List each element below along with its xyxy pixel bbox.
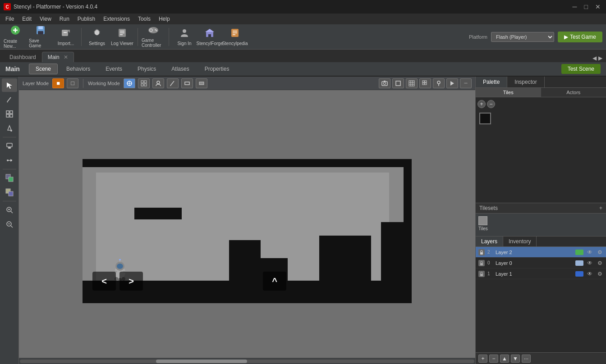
working-mode-actor-btn[interactable] — [152, 78, 164, 88]
layer-row-0[interactable]: 0 Layer 0 👁 ⚙ — [476, 258, 606, 268]
svg-rect-35 — [8, 147, 11, 149]
tab-scroll-left-icon[interactable]: ◀ — [592, 55, 597, 61]
layer-more-btn[interactable]: ··· — [522, 355, 531, 363]
layer-lock-icon-2[interactable] — [478, 249, 485, 255]
create-new-icon — [10, 25, 21, 38]
tilesets-add-icon[interactable]: + — [599, 205, 602, 211]
tool-layer2[interactable] — [2, 186, 17, 199]
working-mode-grid-btn[interactable] — [138, 78, 150, 88]
panel-tab-palette[interactable]: Palette — [476, 77, 507, 87]
svg-rect-75 — [422, 83, 424, 85]
menu-view[interactable]: View — [36, 15, 55, 23]
view-pin-btn[interactable] — [433, 78, 445, 88]
view-grid-btn[interactable] — [406, 78, 418, 88]
stencylpedia-button[interactable]: Stencylpedia — [223, 26, 247, 48]
menu-edit[interactable]: Edit — [18, 15, 35, 23]
tileset-label: Tiles — [478, 226, 488, 231]
tool-connect[interactable] — [2, 154, 17, 167]
tool-grid[interactable] — [2, 107, 17, 121]
tile-zoom-out-btn[interactable]: − — [487, 100, 495, 108]
view-grid2-btn[interactable] — [419, 78, 431, 88]
maximize-btn[interactable]: □ — [583, 3, 590, 10]
tab-behaviors[interactable]: Behaviors — [60, 64, 97, 74]
save-game-button[interactable]: Save Game — [29, 26, 52, 48]
layer-gear-icon-0[interactable]: ⚙ — [596, 260, 603, 266]
layer-lock-icon-1[interactable] — [478, 271, 485, 277]
settings-button[interactable]: Settings — [85, 26, 109, 48]
working-mode-pencil-btn[interactable] — [167, 78, 179, 88]
layer-eye-icon-2[interactable]: 👁 — [586, 249, 593, 255]
tab-properties[interactable]: Properties — [198, 64, 236, 74]
view-play-btn[interactable] — [446, 78, 458, 88]
working-mode-rect-btn[interactable] — [181, 78, 193, 88]
working-mode-fill-btn[interactable] — [196, 78, 207, 88]
minimize-btn[interactable]: ─ — [571, 3, 579, 10]
tab-main[interactable]: Main ✕ — [42, 52, 74, 62]
menu-run[interactable]: Run — [56, 15, 73, 23]
close-tab-icon[interactable]: ✕ — [64, 54, 68, 60]
menu-publish[interactable]: Publish — [74, 15, 99, 23]
scene-btn-up[interactable]: ^ — [263, 272, 286, 291]
tool-stamp[interactable] — [2, 139, 17, 153]
tool-fill[interactable] — [2, 122, 17, 135]
menu-extensions[interactable]: Extensions — [100, 15, 133, 23]
tab-scroll-right-icon[interactable]: ▶ — [598, 55, 602, 61]
tool-layer1[interactable] — [2, 171, 17, 185]
layer-down-btn[interactable]: ▼ — [511, 355, 520, 363]
layer-row-1[interactable]: 1 Layer 1 👁 ⚙ — [476, 268, 606, 279]
view-camera-btn[interactable] — [379, 78, 390, 88]
layer-add-btn[interactable]: + — [478, 355, 487, 363]
sign-in-button[interactable]: Sign In — [173, 26, 196, 48]
tool-zoom-in[interactable] — [2, 203, 17, 217]
tool-zoom-out[interactable] — [2, 218, 17, 231]
hscrollbar[interactable] — [19, 358, 475, 364]
working-mode-normal-btn[interactable] — [124, 78, 135, 88]
tool-select[interactable] — [2, 78, 17, 92]
view-box-btn[interactable] — [392, 78, 404, 88]
tile-zoom-in-btn[interactable]: + — [477, 100, 486, 108]
layer-up-btn[interactable]: ▲ — [500, 355, 509, 363]
close-btn[interactable]: ✕ — [593, 3, 602, 10]
hscroll-track[interactable] — [20, 359, 474, 363]
canvas-area[interactable]: < > ^ — [19, 90, 475, 358]
tile-tab-tiles[interactable]: Tiles — [476, 88, 541, 97]
tab-scene[interactable]: Scene — [29, 64, 58, 74]
layer-gear-icon-1[interactable]: ⚙ — [596, 271, 603, 277]
tileset-item-tiles[interactable]: Tiles — [478, 216, 488, 233]
layer-row-2[interactable]: 2 Layer 2 👁 ⚙ — [476, 247, 606, 258]
game-scene: < > ^ — [83, 159, 412, 303]
game-controller-button[interactable]: Game Controller — [142, 26, 165, 48]
panel-tab-inspector[interactable]: Inspector — [507, 77, 544, 87]
stencylforge-button[interactable]: StencylForge — [198, 26, 221, 48]
import-button[interactable]: Import... — [54, 26, 78, 48]
test-scene-button[interactable]: Test Scene — [561, 64, 601, 74]
tab-physics[interactable]: Physics — [131, 64, 163, 74]
tab-dashboard[interactable]: Dashboard — [4, 52, 42, 62]
import-icon — [61, 28, 71, 40]
layer-gear-icon-2[interactable]: ⚙ — [596, 249, 603, 255]
menu-tools[interactable]: Tools — [134, 15, 154, 23]
layers-tab-inventory[interactable]: Inventory — [503, 237, 537, 246]
tool-pencil[interactable] — [2, 93, 17, 106]
scene-btn-left[interactable]: < — [92, 272, 116, 291]
hscroll-thumb[interactable] — [156, 359, 247, 363]
layer-lock-icon-0[interactable] — [478, 260, 485, 266]
log-viewer-button[interactable]: Log Viewer — [110, 26, 134, 48]
layer-mode-color-btn[interactable]: ■ — [52, 78, 64, 88]
tab-events[interactable]: Events — [99, 64, 129, 74]
tile-tab-actors[interactable]: Actors — [541, 88, 606, 97]
scene-btn-right[interactable]: > — [119, 272, 143, 291]
layer-mode-outline-btn[interactable]: □ — [67, 78, 78, 88]
layer-eye-icon-1[interactable]: 👁 — [586, 271, 593, 277]
view-more-btn[interactable]: ─ — [460, 78, 472, 88]
layers-tab-layers[interactable]: Layers — [476, 237, 503, 246]
menu-file[interactable]: File — [2, 15, 18, 23]
layer-eye-icon-0[interactable]: 👁 — [586, 260, 593, 266]
tab-atlases[interactable]: Atlases — [165, 64, 196, 74]
menu-help[interactable]: Help — [155, 15, 174, 23]
tile-item[interactable] — [479, 113, 491, 124]
create-new-button[interactable]: Create New... — [4, 26, 27, 48]
layer-remove-btn[interactable]: − — [489, 355, 498, 363]
test-game-button[interactable]: ▶ Test Game — [558, 32, 602, 42]
platform-select[interactable]: Flash (Player) HTML5 Android iOS — [491, 32, 554, 42]
